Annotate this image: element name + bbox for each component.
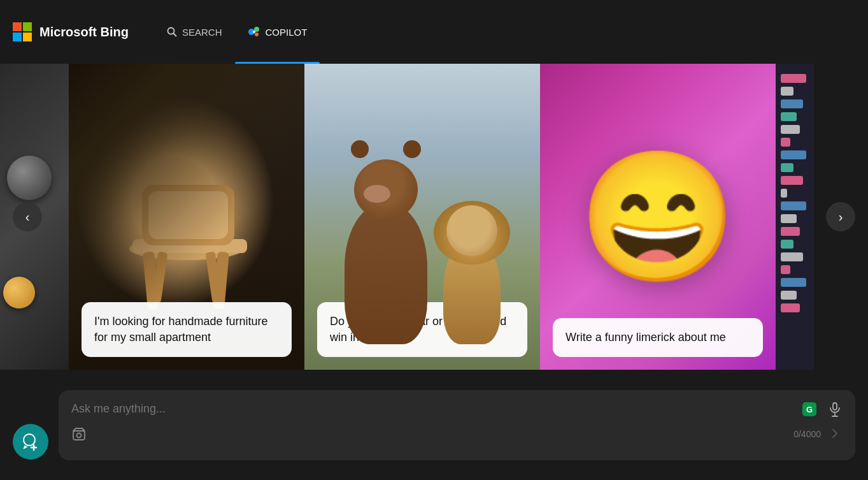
send-icon: [827, 426, 843, 441]
card-emoji-caption: Write a funny limerick about me: [553, 318, 763, 357]
card-furniture[interactable]: I'm looking for handmade furniture for m…: [69, 64, 304, 370]
brand-name: Microsoft Bing: [39, 25, 129, 40]
svg-point-14: [24, 434, 35, 446]
carousel-area: ‹: [0, 64, 868, 370]
input-box-wrapper: G: [59, 390, 855, 460]
svg-point-4: [255, 33, 259, 36]
chat-add-icon: [21, 432, 40, 451]
tab-search[interactable]: SEARCH: [154, 0, 235, 64]
image-upload-button[interactable]: [71, 426, 87, 442]
svg-rect-19: [833, 403, 837, 410]
card-emoji[interactable]: 😄 Write a funny limerick about me: [540, 64, 776, 370]
card-partial-right: [776, 64, 814, 370]
search-icon: [167, 27, 177, 37]
logo-area: Microsoft Bing: [13, 22, 129, 41]
input-footer: 0/4000: [71, 426, 843, 443]
input-icons: G: [800, 400, 843, 418]
send-button[interactable]: [827, 426, 843, 443]
microphone-icon: [827, 402, 843, 417]
svg-line-1: [174, 34, 177, 37]
svg-rect-22: [73, 431, 85, 440]
svg-point-0: [168, 28, 174, 34]
svg-point-23: [77, 433, 82, 438]
microsoft-logo: [13, 22, 32, 41]
svg-text:G: G: [806, 405, 813, 414]
header: Microsoft Bing SEARCH COPILOT: [0, 0, 868, 64]
code-image: [776, 64, 814, 370]
input-area: G: [0, 370, 868, 480]
carousel-next-button[interactable]: ›: [826, 202, 855, 231]
svg-point-5: [253, 31, 255, 33]
nav-tabs: SEARCH COPILOT: [154, 0, 320, 64]
microphone-button[interactable]: [827, 402, 843, 417]
grammar-icon: G: [800, 400, 818, 418]
grammar-check-button[interactable]: G: [800, 400, 818, 418]
copilot-icon: [248, 25, 260, 38]
char-count: 0/4000: [793, 429, 821, 439]
card-furniture-caption: I'm looking for handmade furniture for m…: [82, 302, 292, 357]
carousel-track: I'm looking for handmade furniture for m…: [0, 64, 868, 370]
tab-copilot[interactable]: COPILOT: [235, 0, 320, 64]
search-input[interactable]: [71, 402, 794, 416]
emoji-face: 😄: [578, 153, 737, 280]
search-tab-label: SEARCH: [182, 27, 222, 38]
camera-icon: [71, 426, 87, 442]
copilot-tab-label: COPILOT: [266, 27, 308, 38]
chat-avatar[interactable]: [13, 424, 48, 460]
card-animals[interactable]: Do you think a bear or a lion would win …: [304, 64, 540, 370]
input-row: G: [71, 400, 843, 418]
carousel-prev-button[interactable]: ‹: [13, 202, 42, 231]
